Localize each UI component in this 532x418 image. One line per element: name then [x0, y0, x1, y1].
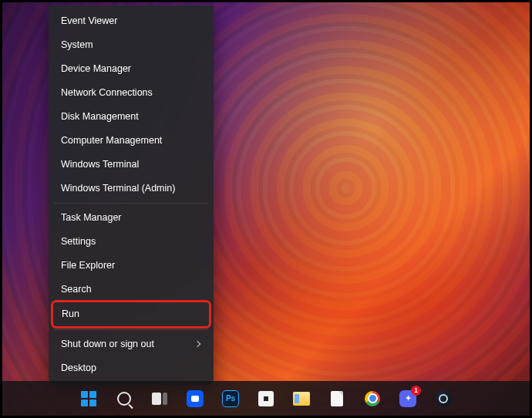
menu-label: Device Manager	[61, 63, 131, 75]
roblox-icon	[258, 391, 274, 406]
menu-item-file-explorer[interactable]: File Explorer	[52, 254, 210, 278]
taskbar-app-file-explorer[interactable]	[288, 385, 315, 413]
menu-label: Computer Management	[61, 135, 162, 147]
search-icon	[117, 392, 131, 406]
taskbar-app-notepad[interactable]	[323, 385, 351, 413]
notification-badge: 1	[411, 386, 421, 396]
taskbar-app-discord[interactable]: 1	[394, 385, 422, 413]
menu-item-windows-terminal-admin[interactable]: Windows Terminal (Admin)	[52, 177, 210, 201]
steam-icon	[436, 390, 452, 406]
menu-label: Shut down or sign out	[61, 339, 154, 350]
windows-logo-icon	[81, 391, 96, 406]
menu-label: Event Viewer	[61, 15, 117, 27]
menu-item-desktop[interactable]: Desktop	[52, 356, 210, 380]
menu-label: Run	[62, 308, 79, 320]
menu-label: Network Connections	[61, 87, 153, 99]
folder-icon	[293, 392, 310, 406]
menu-item-windows-terminal[interactable]: Windows Terminal	[52, 153, 210, 177]
menu-label: Desktop	[61, 362, 96, 374]
menu-item-system[interactable]: System	[52, 33, 210, 57]
menu-item-run[interactable]: Run	[53, 302, 209, 326]
menu-item-settings[interactable]: Settings	[52, 230, 210, 254]
start-button[interactable]	[75, 385, 103, 413]
menu-item-search[interactable]: Search	[52, 278, 210, 302]
taskbar-app-chrome[interactable]	[359, 385, 386, 413]
chrome-icon	[365, 391, 380, 406]
menu-label: Task Manager	[61, 212, 122, 224]
menu-item-event-viewer[interactable]: Event Viewer	[52, 9, 210, 33]
menu-item-network-connections[interactable]: Network Connections	[52, 81, 210, 105]
taskbar: Ps 1	[2, 381, 530, 416]
chevron-right-icon	[194, 341, 201, 349]
menu-separator	[54, 329, 208, 330]
menu-item-computer-management[interactable]: Computer Management	[52, 129, 210, 153]
menu-item-disk-management[interactable]: Disk Management	[52, 105, 210, 129]
taskbar-app-steam[interactable]	[429, 385, 457, 413]
task-view-icon	[152, 393, 167, 405]
winx-power-user-menu: Event Viewer System Device Manager Netwo…	[49, 5, 214, 385]
menu-item-shutdown[interactable]: Shut down or sign out	[52, 332, 210, 356]
file-icon	[331, 391, 343, 406]
search-button[interactable]	[110, 385, 138, 413]
menu-label: Disk Management	[61, 111, 139, 123]
menu-label: System	[61, 39, 93, 51]
menu-item-device-manager[interactable]: Device Manager	[52, 57, 210, 81]
menu-separator	[54, 203, 208, 204]
photoshop-icon: Ps	[222, 390, 239, 407]
taskbar-app-roblox[interactable]	[252, 385, 280, 413]
taskbar-app-photoshop[interactable]: Ps	[217, 385, 244, 413]
menu-label: Settings	[61, 236, 96, 248]
task-view-button[interactable]	[146, 385, 173, 413]
menu-label: File Explorer	[61, 260, 115, 271]
menu-item-task-manager[interactable]: Task Manager	[52, 206, 210, 230]
taskbar-app-zoom[interactable]	[181, 385, 209, 413]
zoom-icon	[187, 390, 204, 407]
menu-label: Windows Terminal	[61, 159, 139, 170]
menu-label: Windows Terminal (Admin)	[61, 183, 175, 194]
annotation-highlight: Run	[51, 300, 211, 329]
menu-label: Search	[61, 284, 92, 295]
